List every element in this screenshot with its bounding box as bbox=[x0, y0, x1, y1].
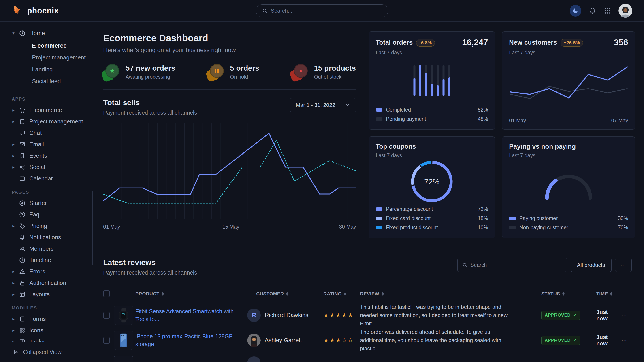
card-title: Paying vs non paying bbox=[509, 143, 576, 150]
sidebar-item-forms[interactable]: ▸ Forms bbox=[0, 313, 93, 325]
search-icon bbox=[262, 8, 268, 14]
sidebar-item-timeline[interactable]: Timeline bbox=[0, 255, 93, 266]
sidebar-item-chat[interactable]: Chat bbox=[0, 127, 93, 139]
product-link[interactable]: iPhone 13 pro max-Pacific Blue-128GB sto… bbox=[136, 333, 247, 348]
legend-label: Non-paying customer bbox=[519, 225, 568, 231]
sidebar-item-events[interactable]: ▸ Events bbox=[0, 150, 93, 161]
sort-icon bbox=[610, 292, 612, 296]
column-header-status[interactable]: STATUS bbox=[519, 291, 584, 297]
product-thumbnail[interactable] bbox=[114, 306, 133, 325]
row-more-button[interactable]: ⋯ bbox=[617, 337, 631, 344]
paying-gauge-chart bbox=[543, 172, 594, 201]
column-header-time[interactable]: TIME bbox=[584, 291, 617, 297]
sidebar-item-notifications[interactable]: Notifications bbox=[0, 232, 93, 243]
customer-avatar bbox=[247, 357, 261, 362]
sidebar-item-calendar[interactable]: Calendar bbox=[0, 173, 93, 184]
tag-icon bbox=[19, 223, 26, 229]
sort-icon bbox=[562, 292, 564, 296]
sidebar-item-label: Starter bbox=[29, 200, 47, 207]
sidebar-item-members[interactable]: Members bbox=[0, 243, 93, 255]
apps-grid-button[interactable] bbox=[604, 7, 611, 14]
pie-chart-icon bbox=[19, 30, 26, 37]
row-more-button[interactable]: ⋯ bbox=[617, 312, 631, 319]
sidebar-item-starter[interactable]: Starter bbox=[0, 197, 93, 209]
stat-label: Out of stock bbox=[314, 74, 356, 80]
theme-toggle-button[interactable] bbox=[570, 5, 581, 16]
legend-swatch bbox=[376, 217, 382, 220]
sidebar-item-label: Project management bbox=[29, 118, 83, 125]
new-customers-line-chart bbox=[509, 58, 628, 111]
card-subtitle: Last 7 days bbox=[376, 50, 488, 56]
sidebar-item-label: Notifications bbox=[29, 234, 61, 241]
user-avatar[interactable] bbox=[618, 4, 632, 18]
reviews-search-input[interactable] bbox=[470, 262, 562, 268]
product-link[interactable]: Fitbit Sense Advanced Smartwatch with To… bbox=[136, 308, 247, 323]
sidebar-item-social-feed[interactable]: Social feed bbox=[0, 75, 93, 87]
sidebar-item-label: Faq bbox=[29, 211, 40, 218]
customer-avatar[interactable]: R bbox=[247, 309, 261, 322]
legend-row: Pending payment 48% bbox=[376, 114, 488, 124]
sidebar-scrollbar-thumb[interactable] bbox=[92, 191, 93, 265]
legend-swatch bbox=[509, 217, 516, 220]
sidebar-home-children: E commerceProject managementLandingSocia… bbox=[0, 40, 93, 87]
stat-label: On hold bbox=[230, 74, 259, 80]
legend-label: Fixed card discount bbox=[386, 215, 430, 221]
lock-icon bbox=[19, 280, 26, 286]
row-checkbox[interactable] bbox=[103, 312, 110, 319]
reviews-table: PRODUCT CUSTOMER RATING REVIEW STATUS TI… bbox=[103, 285, 632, 362]
cart-icon bbox=[19, 107, 26, 114]
sidebar-item-layouts[interactable]: ▸ Layouts bbox=[0, 289, 93, 300]
column-header-product[interactable]: PRODUCT bbox=[136, 291, 247, 297]
all-products-button[interactable]: All products bbox=[570, 258, 612, 272]
legend-value: 70% bbox=[618, 225, 628, 231]
collapsed-view-toggle[interactable]: Collapsed View bbox=[0, 342, 93, 362]
sidebar-item-label: Events bbox=[29, 152, 47, 159]
select-all-checkbox[interactable] bbox=[103, 291, 110, 297]
reviews-search[interactable] bbox=[458, 258, 567, 272]
sidebar-item-pricing[interactable]: ▸ Pricing bbox=[0, 220, 93, 232]
sidebar-item-social[interactable]: ▸ Social bbox=[0, 161, 93, 173]
clipboard-icon bbox=[19, 118, 26, 125]
sidebar-item-icons[interactable]: ▸ Icons bbox=[0, 325, 93, 336]
x-tick: 01 May bbox=[103, 224, 120, 230]
product-thumbnail[interactable] bbox=[114, 356, 133, 362]
total-orders-bar-chart bbox=[410, 64, 453, 97]
reviews-title: Latest reviews bbox=[103, 258, 197, 267]
new-customers-x-axis: 01 May 07 May bbox=[509, 115, 628, 124]
top-coupons-legend: Percentage discount 72% Fixed card disco… bbox=[376, 205, 488, 232]
navbar-search[interactable] bbox=[256, 4, 388, 17]
row-checkbox[interactable] bbox=[103, 337, 110, 344]
navbar-search-input[interactable] bbox=[271, 7, 382, 14]
sidebar-item-project-management[interactable]: ▸ Project management bbox=[0, 116, 93, 127]
brand-link[interactable]: phoenix bbox=[12, 4, 59, 17]
caret-right-icon: ▸ bbox=[12, 142, 15, 147]
column-header-rating[interactable]: RATING bbox=[313, 291, 351, 297]
sidebar-item-email[interactable]: ▸ Email bbox=[0, 139, 93, 150]
legend-label: Percentage discount bbox=[386, 206, 433, 212]
date-range-select[interactable]: Mar 1 - 31, 2022 bbox=[290, 98, 356, 112]
sidebar-item-e-commerce[interactable]: E commerce bbox=[0, 40, 93, 52]
sidebar-item-landing[interactable]: Landing bbox=[0, 63, 93, 75]
product-thumbnail[interactable] bbox=[114, 331, 133, 350]
column-header-customer[interactable]: CUSTOMER bbox=[247, 291, 313, 297]
sidebar-item-label: Icons bbox=[29, 327, 43, 334]
trend-badge: +26.5% bbox=[560, 39, 583, 46]
sidebar-item-authentication[interactable]: ▸ Authentication bbox=[0, 277, 93, 289]
sidebar-item-home[interactable]: ▾ Home bbox=[0, 27, 93, 39]
customer-avatar[interactable] bbox=[247, 334, 261, 347]
chevron-down-icon bbox=[345, 103, 350, 107]
notifications-button[interactable] bbox=[588, 7, 596, 15]
top-coupons-card: Top coupons Last 7 days 72% Percentage d… bbox=[369, 136, 495, 238]
sort-icon bbox=[162, 292, 164, 296]
table-row-partial bbox=[103, 353, 632, 362]
legend-swatch bbox=[376, 117, 382, 121]
legend-swatch bbox=[376, 208, 382, 211]
sidebar-item-errors[interactable]: ▸ Errors bbox=[0, 266, 93, 277]
sidebar-item-faq[interactable]: Faq bbox=[0, 209, 93, 220]
sidebar-item-e-commerce[interactable]: ▸ E commerce bbox=[0, 104, 93, 116]
total-sells-chart: 01 May 15 May 30 May bbox=[103, 123, 356, 232]
reviews-more-button[interactable]: ⋯ bbox=[615, 258, 632, 272]
sidebar-item-project-management[interactable]: Project management bbox=[0, 52, 93, 63]
column-header-review[interactable]: REVIEW bbox=[351, 291, 519, 297]
customer-name: Ashley Garrett bbox=[262, 337, 313, 344]
